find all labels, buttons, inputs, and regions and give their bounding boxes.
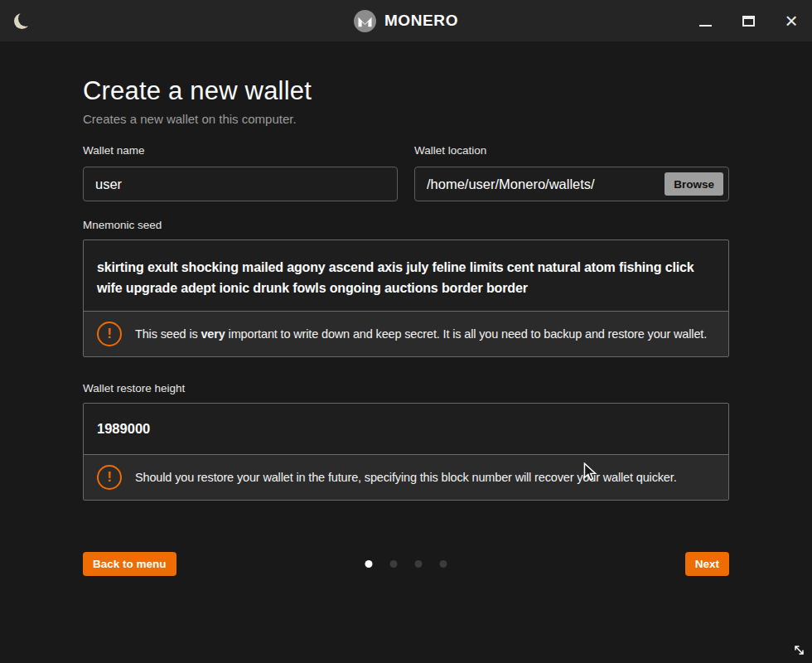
restore-warning-text: Should you restore your wallet in the fu… (135, 469, 677, 486)
wallet-name-field: Wallet name (83, 144, 398, 201)
back-to-menu-button[interactable]: Back to menu (83, 552, 176, 576)
seed-warning-text: This seed is very important to write dow… (135, 326, 707, 343)
mnemonic-seed-box: skirting exult shocking mailed agony asc… (83, 240, 729, 357)
wallet-name-label: Wallet name (83, 144, 398, 157)
restore-warning: ! Should you restore your wallet in the … (84, 454, 728, 500)
pagination-dot[interactable] (440, 560, 447, 568)
wizard-page: Create a new wallet Creates a new wallet… (0, 76, 812, 576)
seed-warning: ! This seed is very important to write d… (84, 311, 728, 356)
window-controls: × (696, 0, 800, 41)
browse-button[interactable]: Browse (665, 172, 723, 196)
minimize-icon (699, 25, 712, 27)
mnemonic-seed-label: Mnemonic seed (83, 219, 729, 231)
monero-logo-icon (354, 10, 376, 32)
next-button[interactable]: Next (685, 552, 729, 576)
restore-height-box: 1989000 ! Should you restore your wallet… (83, 403, 729, 501)
page-subtitle: Creates a new wallet on this computer. (83, 112, 729, 126)
page-title: Create a new wallet (83, 76, 729, 106)
minimize-button[interactable] (696, 9, 714, 32)
close-icon: × (785, 10, 797, 31)
warning-icon: ! (97, 322, 122, 346)
app-title: MONERO (384, 12, 458, 30)
app-brand: MONERO (354, 10, 458, 32)
resize-handle-icon[interactable] (792, 643, 806, 657)
restore-height-label: Wallet restore height (83, 382, 729, 394)
pagination-dot[interactable] (415, 560, 423, 568)
close-button[interactable]: × (782, 9, 800, 32)
warning-icon: ! (97, 465, 122, 490)
pagination-dot[interactable] (365, 560, 373, 568)
moon-icon (18, 11, 34, 27)
wallet-location-field: Wallet location Browse (414, 144, 729, 201)
warning-exclamation: ! (107, 326, 112, 342)
pagination-dots (365, 560, 447, 568)
pagination-dot[interactable] (390, 560, 398, 568)
maximize-button[interactable] (739, 9, 757, 32)
mnemonic-seed-text[interactable]: skirting exult shocking mailed agony asc… (84, 240, 728, 311)
restore-height-input[interactable]: 1989000 (84, 404, 728, 454)
wallet-name-input[interactable] (83, 167, 398, 201)
wallet-location-label: Wallet location (414, 144, 729, 157)
titlebar: MONERO × (0, 0, 812, 41)
warning-exclamation: ! (107, 469, 112, 486)
theme-toggle-button[interactable] (13, 11, 33, 31)
maximize-icon (742, 16, 755, 27)
wizard-footer: Back to menu Next (83, 552, 729, 576)
